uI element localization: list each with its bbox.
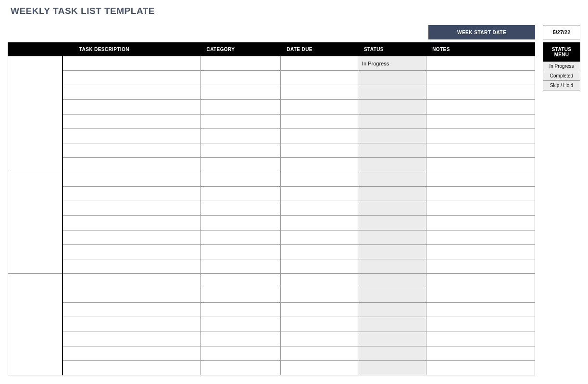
date-due-cell[interactable] <box>281 71 358 85</box>
task-cell[interactable] <box>63 143 200 157</box>
task-cell[interactable] <box>63 56 200 71</box>
notes-cell[interactable] <box>426 128 535 143</box>
task-cell[interactable] <box>63 187 200 201</box>
status-cell[interactable] <box>358 346 426 360</box>
category-cell[interactable] <box>200 114 281 128</box>
status-cell[interactable] <box>358 360 426 375</box>
date-due-cell[interactable] <box>281 360 358 375</box>
date-due-cell[interactable] <box>281 274 358 288</box>
status-cell[interactable] <box>358 303 426 317</box>
notes-cell[interactable] <box>426 259 535 273</box>
task-cell[interactable] <box>63 128 200 143</box>
category-cell[interactable] <box>200 360 281 375</box>
task-cell[interactable] <box>63 172 200 187</box>
status-cell[interactable] <box>358 317 426 332</box>
category-cell[interactable] <box>200 303 281 317</box>
task-cell[interactable] <box>63 216 200 230</box>
category-cell[interactable] <box>200 332 281 346</box>
status-cell[interactable]: In Progress <box>358 56 426 71</box>
notes-cell[interactable] <box>426 187 535 201</box>
date-due-cell[interactable] <box>281 317 358 332</box>
category-cell[interactable] <box>200 128 281 143</box>
category-cell[interactable] <box>200 259 281 273</box>
category-cell[interactable] <box>200 71 281 85</box>
status-menu-item[interactable]: Completed <box>543 71 580 81</box>
notes-cell[interactable] <box>426 85 535 100</box>
status-menu-item[interactable]: In Progress <box>543 62 580 71</box>
status-menu-item[interactable]: Skip / Hold <box>543 81 580 90</box>
notes-cell[interactable] <box>426 172 535 187</box>
category-cell[interactable] <box>200 56 281 71</box>
notes-cell[interactable] <box>426 71 535 85</box>
status-cell[interactable] <box>358 244 426 259</box>
status-cell[interactable] <box>358 100 426 114</box>
notes-cell[interactable] <box>426 332 535 346</box>
date-due-cell[interactable] <box>281 128 358 143</box>
notes-cell[interactable] <box>426 244 535 259</box>
task-cell[interactable] <box>63 85 200 100</box>
status-cell[interactable] <box>358 128 426 143</box>
week-start-value[interactable]: 5/27/22 <box>543 25 580 39</box>
category-cell[interactable] <box>200 187 281 201</box>
task-cell[interactable] <box>63 71 200 85</box>
category-cell[interactable] <box>200 201 281 216</box>
notes-cell[interactable] <box>426 274 535 288</box>
task-cell[interactable] <box>63 244 200 259</box>
date-due-cell[interactable] <box>281 201 358 216</box>
status-cell[interactable] <box>358 157 426 172</box>
date-due-cell[interactable] <box>281 157 358 172</box>
task-cell[interactable] <box>63 346 200 360</box>
date-due-cell[interactable] <box>281 100 358 114</box>
date-due-cell[interactable] <box>281 56 358 71</box>
status-cell[interactable] <box>358 114 426 128</box>
status-cell[interactable] <box>358 230 426 244</box>
category-cell[interactable] <box>200 172 281 187</box>
date-due-cell[interactable] <box>281 303 358 317</box>
status-cell[interactable] <box>358 201 426 216</box>
status-cell[interactable] <box>358 85 426 100</box>
task-cell[interactable] <box>63 303 200 317</box>
status-cell[interactable] <box>358 259 426 273</box>
status-cell[interactable] <box>358 332 426 346</box>
category-cell[interactable] <box>200 157 281 172</box>
date-due-cell[interactable] <box>281 172 358 187</box>
date-due-cell[interactable] <box>281 114 358 128</box>
category-cell[interactable] <box>200 244 281 259</box>
task-cell[interactable] <box>63 317 200 332</box>
notes-cell[interactable] <box>426 201 535 216</box>
category-cell[interactable] <box>200 274 281 288</box>
category-cell[interactable] <box>200 143 281 157</box>
status-cell[interactable] <box>358 71 426 85</box>
date-due-cell[interactable] <box>281 85 358 100</box>
task-cell[interactable] <box>63 157 200 172</box>
notes-cell[interactable] <box>426 317 535 332</box>
status-cell[interactable] <box>358 216 426 230</box>
category-cell[interactable] <box>200 100 281 114</box>
notes-cell[interactable] <box>426 100 535 114</box>
task-cell[interactable] <box>63 201 200 216</box>
notes-cell[interactable] <box>426 216 535 230</box>
task-cell[interactable] <box>63 230 200 244</box>
date-due-cell[interactable] <box>281 346 358 360</box>
date-due-cell[interactable] <box>281 244 358 259</box>
task-cell[interactable] <box>63 114 200 128</box>
date-due-cell[interactable] <box>281 230 358 244</box>
date-due-cell[interactable] <box>281 332 358 346</box>
notes-cell[interactable] <box>426 303 535 317</box>
notes-cell[interactable] <box>426 157 535 172</box>
task-cell[interactable] <box>63 259 200 273</box>
date-due-cell[interactable] <box>281 187 358 201</box>
notes-cell[interactable] <box>426 360 535 375</box>
task-cell[interactable] <box>63 288 200 303</box>
notes-cell[interactable] <box>426 346 535 360</box>
category-cell[interactable] <box>200 288 281 303</box>
date-due-cell[interactable] <box>281 259 358 273</box>
category-cell[interactable] <box>200 85 281 100</box>
task-cell[interactable] <box>63 274 200 288</box>
notes-cell[interactable] <box>426 56 535 71</box>
status-cell[interactable] <box>358 274 426 288</box>
status-cell[interactable] <box>358 172 426 187</box>
notes-cell[interactable] <box>426 143 535 157</box>
notes-cell[interactable] <box>426 230 535 244</box>
status-cell[interactable] <box>358 143 426 157</box>
